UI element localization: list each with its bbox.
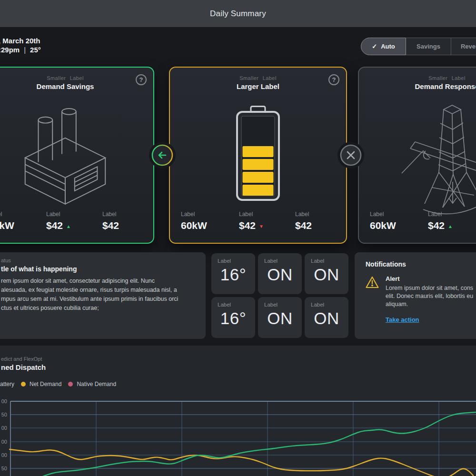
card-title: Larger Label bbox=[170, 82, 346, 90]
time-text: :29pm bbox=[0, 46, 20, 54]
card-stat: Label 60kW bbox=[0, 211, 18, 231]
status-eyebrow: atus bbox=[1, 258, 11, 263]
stat-value: $42 bbox=[428, 220, 445, 231]
card-stat: Label 60kW bbox=[370, 211, 399, 231]
trend-up-icon: ▲ bbox=[448, 224, 453, 229]
tile-label: Label bbox=[218, 258, 231, 264]
stat-label: Label bbox=[46, 211, 71, 218]
card-stat: Label $42▲ bbox=[46, 211, 71, 231]
notifications-panel: Notifications Alert Lorem ipsum dolor si… bbox=[355, 252, 476, 339]
tile-label: Label bbox=[311, 258, 324, 264]
take-action-link[interactable]: Take action bbox=[386, 316, 419, 323]
card-sublabel: Smaller Label bbox=[359, 75, 476, 81]
alert-title: Alert bbox=[386, 275, 400, 282]
status-panel: atus tle of what is happening rem ipsum … bbox=[0, 252, 206, 339]
stat-tile[interactable]: LabelON bbox=[258, 297, 302, 338]
card-stat: Label $42▲ bbox=[428, 211, 453, 231]
stat-label: Label bbox=[102, 211, 122, 218]
legend-item-net-demand[interactable]: Net Demand bbox=[21, 381, 61, 387]
stat-value: $42 bbox=[102, 220, 119, 231]
stat-label: Label bbox=[370, 211, 399, 218]
alert-body: Lorem ipsum dolor sit amet, cons elit. D… bbox=[386, 284, 473, 308]
stat-tile[interactable]: LabelON bbox=[305, 253, 348, 294]
card-stat: Label $42 bbox=[295, 211, 315, 231]
card-stat: Label $42 bbox=[102, 211, 122, 231]
card-stat: Label $42▼ bbox=[239, 211, 264, 231]
stat-tile[interactable]: LabelON bbox=[305, 297, 348, 338]
check-icon: ✓ bbox=[372, 43, 377, 50]
toggle-savings[interactable]: ✓ Savings bbox=[406, 38, 451, 55]
warning-triangle-icon bbox=[365, 276, 379, 291]
card-demand-response[interactable]: Smaller Label Demand Response ? Label 60… bbox=[358, 67, 476, 244]
toggle-revenue[interactable]: ✓ Revenue bbox=[451, 38, 476, 55]
stat-value: $42 bbox=[46, 220, 63, 231]
factory-icon bbox=[13, 105, 117, 208]
stat-tile[interactable]: Label16° bbox=[211, 297, 255, 338]
legend-item-native-demand[interactable]: Native Demand bbox=[68, 381, 116, 387]
stat-label: Label bbox=[295, 211, 315, 218]
stat-label: Label bbox=[0, 211, 18, 218]
date-time-block: , March 20th :29pm|25° bbox=[0, 36, 41, 54]
stat-value: $42 bbox=[295, 220, 312, 231]
legend-item-battery[interactable]: attery bbox=[0, 381, 14, 387]
stat-value: 60kW bbox=[370, 220, 396, 231]
legend-dot-icon bbox=[21, 382, 26, 387]
card-demand-savings[interactable]: Smaller Label Demand Savings ? Label 60k… bbox=[0, 67, 154, 244]
tile-label: Label bbox=[218, 302, 231, 307]
stat-label: Label bbox=[428, 211, 453, 218]
transmission-tower-icon bbox=[397, 102, 476, 218]
tile-label: Label bbox=[311, 302, 324, 307]
chart-eyebrow: edict and FlexOpt bbox=[1, 356, 42, 362]
y-axis-tick-label: 00 bbox=[0, 452, 7, 458]
card-stat: Label 60kW bbox=[181, 211, 210, 231]
tile-value: ON bbox=[305, 309, 348, 328]
tile-value: ON bbox=[258, 309, 302, 328]
notifications-title: Notifications bbox=[366, 260, 406, 268]
view-toggle-group: ✓ Auto ✓ Savings ✓ Revenue bbox=[361, 38, 476, 55]
help-icon[interactable]: ? bbox=[328, 74, 339, 85]
y-axis-tick-label: 00 bbox=[0, 398, 7, 404]
page-title: Daily Summary bbox=[210, 9, 266, 19]
y-axis-tick-label: 50 bbox=[0, 412, 7, 417]
carousel-close-button[interactable] bbox=[337, 142, 364, 169]
tile-value: ON bbox=[258, 265, 302, 284]
card-larger-label[interactable]: Smaller Label Larger Label ? Label 60kW … bbox=[169, 67, 347, 244]
carousel-prev-button[interactable] bbox=[149, 142, 176, 169]
divider: | bbox=[24, 46, 26, 54]
y-axis-tick-label: 00 bbox=[0, 425, 7, 431]
tile-value: 16° bbox=[211, 265, 255, 284]
tile-value: 16° bbox=[211, 309, 255, 328]
y-axis-tick-label: 50 bbox=[0, 466, 7, 471]
stat-value: 60kW bbox=[0, 220, 14, 231]
card-sublabel: Smaller Label bbox=[170, 75, 346, 81]
stat-label: Label bbox=[181, 211, 210, 218]
card-title: Demand Response bbox=[359, 82, 476, 90]
status-body: rem ipsum dolor sit amet, consectetur ad… bbox=[1, 277, 178, 313]
stat-value: 60kW bbox=[181, 220, 207, 231]
legend-dot-icon bbox=[68, 382, 73, 387]
help-icon[interactable]: ? bbox=[136, 74, 147, 85]
y-axis-tick-label: 00 bbox=[0, 439, 7, 445]
tile-value: ON bbox=[305, 265, 348, 284]
stat-label: Label bbox=[239, 211, 264, 218]
tile-label: Label bbox=[264, 258, 278, 264]
toggle-auto[interactable]: ✓ Auto bbox=[361, 38, 406, 55]
stat-tile[interactable]: LabelON bbox=[258, 253, 302, 294]
card-sublabel: Smaller Label bbox=[0, 75, 153, 81]
stat-tile[interactable]: Label16° bbox=[211, 253, 255, 294]
top-bar: Daily Summary bbox=[0, 0, 476, 28]
date-text: , March 20th bbox=[0, 36, 41, 45]
chart-legend: attery Net Demand Native Demand bbox=[0, 381, 116, 387]
card-title: Demand Savings bbox=[0, 82, 153, 90]
battery-icon bbox=[235, 106, 281, 204]
status-title: tle of what is happening bbox=[1, 265, 77, 273]
stat-value: $42 bbox=[239, 220, 256, 231]
trend-up-icon: ▲ bbox=[66, 224, 71, 229]
chart-title: ned Dispatch bbox=[1, 363, 46, 371]
temperature-text: 25° bbox=[30, 46, 41, 54]
tile-label: Label bbox=[264, 302, 278, 307]
dispatch-line-chart bbox=[0, 398, 476, 476]
trend-down-icon: ▼ bbox=[259, 224, 264, 229]
